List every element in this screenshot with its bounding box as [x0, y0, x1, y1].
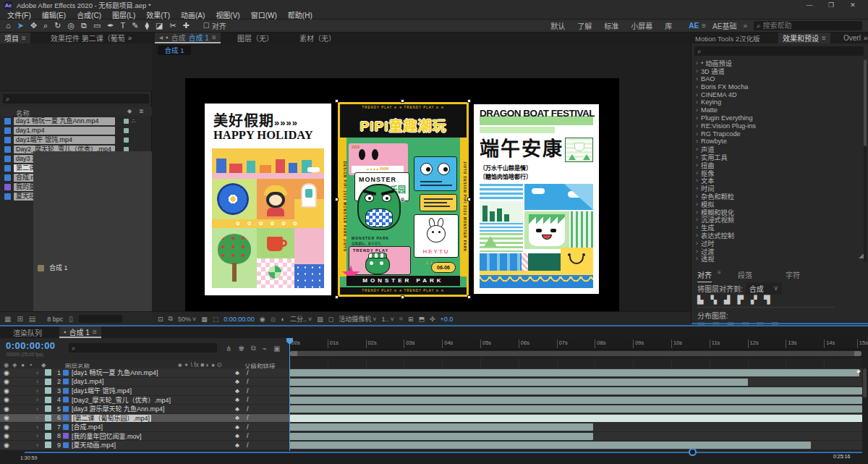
align-icon[interactable]: ▜	[764, 295, 770, 304]
tool-button[interactable]: ✚	[183, 22, 190, 30]
timeline-zoom-knob[interactable]	[689, 448, 697, 456]
frame-blending-icon[interactable]: ⌁	[263, 345, 267, 353]
interpret-footage-icon[interactable]: ▦	[4, 315, 11, 323]
eye-icon[interactable]: ◉	[0, 405, 10, 413]
twirl-icon[interactable]: ›	[696, 75, 698, 83]
effect-category-row[interactable]: › 抠像	[692, 169, 865, 177]
project-bit-depth[interactable]: 8 bpc	[47, 316, 63, 323]
workspace-ae-basic[interactable]: AE基础	[712, 20, 736, 31]
quality-slash[interactable]: /	[247, 432, 258, 439]
draft-3d-icon[interactable]: ✾	[238, 345, 244, 353]
timeline-layer-row[interactable]: ◉ › 8 [我的童年回忆阅鉴.mov] ♣ / @ 无 ˅	[0, 432, 862, 442]
tab-character[interactable]: 字符	[786, 269, 800, 282]
menu-item[interactable]: 帮助(H)	[288, 9, 312, 20]
trash-icon[interactable]: ▯	[69, 315, 73, 323]
twirl-icon[interactable]: ›	[696, 122, 698, 130]
parent-caret-icon[interactable]: ˅	[338, 378, 341, 385]
layer-duration-bar[interactable]	[290, 379, 862, 386]
menu-item[interactable]: 编辑(E)	[42, 9, 66, 20]
effect-category-row[interactable]: › Keying	[692, 98, 865, 106]
timeline-layer-row[interactable]: ◉ › 9 [夏天动画.mp4] ♣ / @ 无 ˅	[0, 441, 862, 450]
twirl-icon[interactable]: ›	[36, 432, 45, 439]
quality-switch[interactable]: ♣	[235, 387, 247, 395]
pickwhip-icon[interactable]: @	[302, 369, 312, 376]
effects-search-box[interactable]: ⌕	[694, 46, 864, 56]
parent-caret-icon[interactable]: ˅	[338, 405, 341, 413]
align-icon[interactable]: ▟	[724, 295, 730, 304]
mask-visibility-icon[interactable]: ◻	[328, 316, 333, 323]
quality-slash[interactable]: /	[247, 369, 258, 376]
tool-button[interactable]: ↻	[54, 22, 61, 30]
maximize-button[interactable]: ❐	[820, 1, 842, 9]
layer-duration-bar[interactable]	[290, 423, 862, 431]
pickwhip-icon[interactable]: @	[302, 405, 312, 413]
twirl-icon[interactable]: ›	[696, 232, 698, 239]
eye-icon[interactable]: ◉	[0, 396, 10, 403]
quality-slash[interactable]: /	[247, 378, 258, 385]
quality-slash[interactable]: /	[247, 387, 258, 395]
layer-duration-bar[interactable]	[290, 405, 862, 413]
label-color-chip[interactable]	[45, 369, 51, 376]
parent-caret-icon[interactable]: ˅	[338, 432, 341, 439]
twirl-icon[interactable]: ›	[696, 255, 698, 262]
effects-scrollbar[interactable]	[864, 59, 867, 262]
layer-duration-bar[interactable]	[290, 415, 862, 422]
composition-mini-flowchart-icon[interactable]: ⋔	[226, 345, 231, 353]
twirl-icon[interactable]: ›	[696, 161, 698, 169]
twirl-icon[interactable]: ›	[696, 201, 698, 208]
timeline-zoom-slider[interactable]	[25, 452, 862, 453]
project-search-box[interactable]: ⌕	[3, 94, 149, 104]
twirl-icon[interactable]: ›	[696, 208, 698, 216]
menu-item[interactable]: 效果(T)	[146, 9, 170, 20]
tab-render-queue[interactable]: 渲染队列	[9, 326, 46, 338]
layer-duration-bar[interactable]	[290, 387, 862, 395]
parent-dropdown[interactable]: 无	[312, 422, 338, 431]
tool-button[interactable]: ▭	[93, 22, 101, 30]
parent-caret-icon[interactable]: ˅	[338, 396, 341, 403]
timeline-layer-row[interactable]: ◉ › 2 [day1.mp4] ♣ / @ 无 ˅	[0, 378, 862, 387]
pixel-aspect-icon[interactable]: ✣	[430, 316, 435, 323]
twirl-icon[interactable]: ›	[696, 59, 698, 67]
effects-search-input[interactable]	[704, 47, 861, 55]
eye-icon[interactable]: ◉	[0, 378, 10, 385]
pickwhip-icon[interactable]: @	[302, 378, 312, 385]
work-area-end-handle[interactable]	[854, 351, 861, 356]
twirl-icon[interactable]: ›	[36, 387, 45, 395]
new-composition-icon[interactable]: ▤	[29, 315, 35, 323]
tool-button[interactable]: ⌕	[43, 22, 48, 30]
twirl-icon[interactable]: ›	[696, 185, 698, 192]
project-search-input[interactable]	[12, 95, 146, 103]
align-to-dropdown[interactable]: 合成˅	[746, 282, 782, 295]
tool-button[interactable]: T	[121, 22, 126, 30]
hide-shy-layers-icon[interactable]: ⧉	[251, 344, 256, 353]
workspace-button[interactable]: 了解	[577, 20, 592, 31]
quality-slash[interactable]: /	[247, 396, 258, 403]
twirl-icon[interactable]: ›	[696, 240, 698, 247]
parent-dropdown[interactable]: 无	[312, 395, 338, 405]
twirl-icon[interactable]: ›	[696, 83, 698, 90]
align-icon[interactable]: ▚	[710, 295, 716, 304]
workspace-button[interactable]: 标准	[604, 20, 618, 31]
pickwhip-icon[interactable]: @	[302, 387, 312, 395]
dual-monitor-icon[interactable]: ⧉	[169, 315, 173, 323]
twirl-icon[interactable]: ›	[696, 130, 698, 138]
twirl-icon[interactable]: ›	[696, 114, 698, 122]
tab-paragraph[interactable]: 段落	[738, 269, 752, 282]
selection-handle[interactable]	[401, 99, 404, 103]
label-color-chip[interactable]	[45, 405, 51, 412]
back-icon[interactable]: ◂	[159, 33, 163, 41]
twirl-icon[interactable]: ›	[36, 442, 45, 449]
twirl-icon[interactable]: ›	[696, 153, 698, 161]
pickwhip-icon[interactable]: @	[302, 432, 312, 439]
label-color-chip[interactable]	[45, 433, 51, 439]
menu-item[interactable]: 图层(L)	[112, 9, 135, 20]
magnification-dropdown[interactable]: 50%˅	[178, 316, 196, 323]
effect-category-row[interactable]: › 过渡	[692, 247, 865, 255]
tab-footage[interactable]: 素材（无）	[295, 33, 340, 43]
twirl-icon[interactable]: ›	[696, 145, 698, 153]
timeline-layer-row[interactable]: ◉ › 5 [day3 游乐摩天轮 九鱼Ann.mp4] ♣ / @ 无 ˅	[0, 405, 862, 414]
parent-dropdown[interactable]: 无	[312, 377, 338, 387]
new-folder-icon[interactable]: ⊞	[17, 315, 22, 323]
effect-category-row[interactable]: › 透视	[692, 255, 865, 262]
panel-menu-icon[interactable]: ≡	[822, 34, 826, 42]
